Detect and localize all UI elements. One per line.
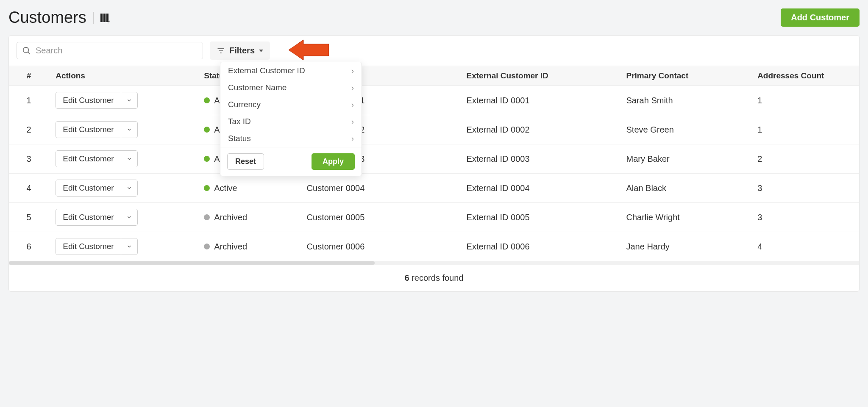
chevron-down-icon xyxy=(126,97,132,103)
search-icon xyxy=(22,46,31,55)
col-header-external-id[interactable]: External Customer ID xyxy=(460,66,620,86)
table-row: 4Edit CustomerActiveCustomer 0004Externa… xyxy=(9,174,859,203)
col-header-number[interactable]: # xyxy=(9,66,49,86)
chevron-down-icon xyxy=(126,127,132,133)
status-label: Active xyxy=(214,183,237,193)
scrollbar-thumb[interactable] xyxy=(9,261,375,265)
edit-customer-button[interactable]: Edit Customer xyxy=(56,238,121,255)
col-header-addresses-count[interactable]: Addresses Count xyxy=(751,66,859,86)
status-dot-icon xyxy=(204,97,210,103)
row-actions: Edit Customer xyxy=(49,232,197,261)
row-number: 1 xyxy=(9,86,49,115)
records-label: records found xyxy=(412,273,463,282)
filter-option-label: Currency xyxy=(228,100,261,109)
filter-icon xyxy=(217,47,225,55)
row-number: 2 xyxy=(9,115,49,144)
search-input[interactable] xyxy=(36,46,198,55)
filter-option-label: Customer Name xyxy=(228,83,287,92)
horizontal-scrollbar[interactable] xyxy=(9,261,859,265)
title-divider xyxy=(93,12,94,24)
row-external-id: External ID 0004 xyxy=(460,174,620,203)
svg-point-1 xyxy=(23,47,29,53)
row-actions: Edit Customer xyxy=(49,203,197,232)
edit-customer-button-group: Edit Customer xyxy=(56,209,137,226)
row-primary-contact: Alan Black xyxy=(620,174,751,203)
row-actions: Edit Customer xyxy=(49,86,197,115)
row-primary-contact: Charlie Wright xyxy=(620,203,751,232)
row-actions: Edit Customer xyxy=(49,115,197,144)
table-row: 6Edit CustomerArchivedCustomer 0006Exter… xyxy=(9,232,859,261)
status-label: Archived xyxy=(214,242,247,252)
edit-customer-button[interactable]: Edit Customer xyxy=(56,209,121,225)
row-actions: Edit Customer xyxy=(49,144,197,174)
filter-option[interactable]: Currency› xyxy=(220,96,362,113)
row-addresses-count: 3 xyxy=(751,203,859,232)
filter-option-label: Tax ID xyxy=(228,117,251,126)
edit-customer-button-group: Edit Customer xyxy=(56,180,137,197)
edit-customer-dropdown[interactable] xyxy=(121,92,137,108)
table-row: 3Edit CustomerActiveCustomer 0003Externa… xyxy=(9,144,859,174)
edit-customer-button-group: Edit Customer xyxy=(56,92,137,109)
page-title: Customers xyxy=(8,8,86,27)
edit-customer-button[interactable]: Edit Customer xyxy=(56,92,121,108)
filters-apply-button[interactable]: Apply xyxy=(312,153,355,170)
caret-down-icon xyxy=(259,50,263,52)
row-customer-name: Customer 0006 xyxy=(300,232,460,261)
col-header-primary-contact[interactable]: Primary Contact xyxy=(620,66,751,86)
chevron-right-icon: › xyxy=(351,66,354,75)
status-dot-icon xyxy=(204,244,210,249)
table-row: 5Edit CustomerArchivedCustomer 0005Exter… xyxy=(9,203,859,232)
row-number: 5 xyxy=(9,203,49,232)
table-wrap: # Actions Status External Customer ID Pr… xyxy=(9,66,859,265)
row-number: 4 xyxy=(9,174,49,203)
status-dot-icon xyxy=(204,127,210,133)
filters-label: Filters xyxy=(229,46,255,55)
edit-customer-button[interactable]: Edit Customer xyxy=(56,180,121,196)
filter-option-label: Status xyxy=(228,134,251,143)
chevron-right-icon: › xyxy=(351,100,354,109)
edit-customer-dropdown[interactable] xyxy=(121,209,137,225)
row-primary-contact: Jane Hardy xyxy=(620,232,751,261)
table-row: 1Edit CustomerActiveCustomer 0001Externa… xyxy=(9,86,859,115)
edit-customer-button[interactable]: Edit Customer xyxy=(56,122,121,138)
add-customer-button[interactable]: Add Customer xyxy=(781,8,860,27)
edit-customer-dropdown[interactable] xyxy=(121,238,137,255)
row-external-id: External ID 0006 xyxy=(460,232,620,261)
row-status: Active xyxy=(197,174,300,203)
chevron-right-icon: › xyxy=(351,117,354,126)
column-settings-icon[interactable] xyxy=(100,14,108,22)
filter-option-label: External Customer ID xyxy=(228,66,305,75)
filter-option[interactable]: Status› xyxy=(220,130,362,147)
row-primary-contact: Mary Baker xyxy=(620,144,751,174)
edit-customer-dropdown[interactable] xyxy=(121,180,137,196)
edit-customer-button[interactable]: Edit Customer xyxy=(56,151,121,167)
filters-reset-button[interactable]: Reset xyxy=(227,153,264,170)
row-addresses-count: 1 xyxy=(751,86,859,115)
row-number: 6 xyxy=(9,232,49,261)
records-footer: 6 records found xyxy=(9,265,859,291)
table-row: 2Edit CustomerActiveCustomer 0002Externa… xyxy=(9,115,859,144)
page-header: Customers Add Customer xyxy=(8,8,860,27)
search-field[interactable] xyxy=(17,42,203,59)
chevron-down-icon xyxy=(126,185,132,191)
filters-dropdown: External Customer ID›Customer Name›Curre… xyxy=(220,62,362,176)
svg-point-0 xyxy=(107,21,108,22)
filter-option[interactable]: External Customer ID› xyxy=(220,62,362,79)
chevron-down-icon xyxy=(126,244,132,249)
row-addresses-count: 1 xyxy=(751,115,859,144)
row-customer-name: Customer 0004 xyxy=(300,174,460,203)
filter-option[interactable]: Tax ID› xyxy=(220,113,362,130)
row-addresses-count: 2 xyxy=(751,144,859,174)
col-header-actions[interactable]: Actions xyxy=(49,66,197,86)
row-number: 3 xyxy=(9,144,49,174)
status-label: Archived xyxy=(214,213,247,222)
row-external-id: External ID 0005 xyxy=(460,203,620,232)
filters-button[interactable]: Filters xyxy=(210,42,270,60)
row-customer-name: Customer 0005 xyxy=(300,203,460,232)
row-addresses-count: 3 xyxy=(751,174,859,203)
edit-customer-dropdown[interactable] xyxy=(121,151,137,167)
edit-customer-dropdown[interactable] xyxy=(121,122,137,138)
edit-customer-button-group: Edit Customer xyxy=(56,121,137,138)
chevron-down-icon xyxy=(126,156,132,162)
filter-option[interactable]: Customer Name› xyxy=(220,79,362,96)
